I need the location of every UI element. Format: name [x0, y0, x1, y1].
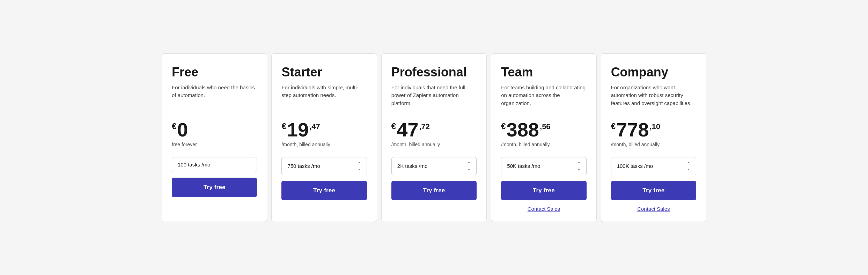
plan-name: Professional: [391, 65, 477, 80]
contact-sales-link[interactable]: Contact Sales: [611, 206, 696, 212]
plan-name: Starter: [281, 65, 367, 80]
plan-description: For individuals who need the basics of a…: [172, 84, 257, 112]
price-row: € 0: [172, 120, 257, 140]
plan-card-free: Free For individuals who need the basics…: [162, 53, 267, 222]
price-row: € 778 ,10: [611, 120, 696, 140]
plan-card-starter: Starter For individuals with simple, mul…: [271, 53, 377, 222]
tasks-chevron-icon[interactable]: ⌃ ⌄: [687, 162, 690, 171]
price-block: € 47 ,72 /month, billed annually: [391, 120, 477, 154]
tasks-selector: 100 tasks /mo: [172, 157, 257, 172]
plan-card-team: Team For teams building and collaboratin…: [491, 53, 596, 222]
plan-description: For teams building and collaborating on …: [501, 84, 586, 112]
try-free-button[interactable]: Try free: [501, 181, 586, 200]
try-free-button[interactable]: Try free: [611, 181, 696, 200]
price-main: 47: [397, 120, 418, 140]
price-currency: €: [391, 122, 396, 131]
price-row: € 388 ,56: [501, 120, 586, 140]
tasks-selector[interactable]: 50K tasks /mo ⌃ ⌄: [501, 157, 586, 175]
price-subtitle: /month, billed annually: [391, 142, 477, 147]
tasks-selector[interactable]: 750 tasks /mo ⌃ ⌄: [281, 157, 367, 175]
plan-name: Company: [611, 65, 696, 80]
tasks-chevron-icon[interactable]: ⌃ ⌄: [577, 162, 581, 171]
price-block: € 388 ,56 /month, billed annually: [501, 120, 586, 154]
plan-name: Free: [172, 65, 257, 80]
tasks-label: 100K tasks /mo: [617, 163, 653, 169]
price-decimal: ,10: [649, 123, 660, 131]
price-main: 0: [177, 120, 188, 140]
try-free-button[interactable]: Try free: [281, 181, 367, 200]
price-subtitle: /month, billed annually: [281, 142, 367, 147]
price-currency: €: [281, 122, 286, 131]
plan-description: For organizations who want automation wi…: [611, 84, 696, 112]
price-subtitle: free forever: [172, 142, 257, 147]
tasks-chevron-icon[interactable]: ⌃ ⌄: [467, 162, 471, 171]
plan-name: Team: [501, 65, 586, 80]
try-free-button[interactable]: Try free: [391, 181, 477, 200]
price-main: 778: [616, 120, 649, 140]
try-free-button[interactable]: Try free: [172, 178, 257, 197]
price-main: 388: [507, 120, 539, 140]
price-decimal: ,47: [309, 123, 320, 131]
tasks-label: 750 tasks /mo: [287, 163, 320, 169]
tasks-selector[interactable]: 100K tasks /mo ⌃ ⌄: [611, 157, 696, 175]
price-row: € 47 ,72: [391, 120, 477, 140]
plan-card-company: Company For organizations who want autom…: [601, 53, 706, 222]
plan-description: For individuals with simple, multi-step …: [281, 84, 367, 112]
price-subtitle: /month, billed annually: [611, 142, 696, 147]
price-main: 19: [287, 120, 309, 140]
price-decimal: ,56: [540, 123, 551, 131]
price-block: € 778 ,10 /month, billed annually: [611, 120, 696, 154]
price-decimal: ,72: [419, 123, 430, 131]
tasks-chevron-icon[interactable]: ⌃ ⌄: [358, 162, 361, 171]
plan-card-professional: Professional For individuals that need t…: [381, 53, 487, 222]
price-currency: €: [611, 122, 616, 131]
pricing-container: Free For individuals who need the basics…: [162, 53, 706, 222]
price-currency: €: [501, 122, 506, 131]
price-row: € 19 ,47: [281, 120, 367, 140]
price-currency: €: [172, 122, 176, 131]
tasks-label: 2K tasks /mo: [397, 163, 428, 169]
price-subtitle: /month, billed annually: [501, 142, 586, 147]
tasks-label: 50K tasks /mo: [507, 163, 540, 169]
tasks-selector[interactable]: 2K tasks /mo ⌃ ⌄: [391, 157, 477, 175]
price-block: € 0 free forever: [172, 120, 257, 154]
contact-sales-link[interactable]: Contact Sales: [501, 206, 586, 212]
plan-description: For individuals that need the full power…: [391, 84, 477, 112]
tasks-label: 100 tasks /mo: [178, 162, 210, 168]
price-block: € 19 ,47 /month, billed annually: [281, 120, 367, 154]
